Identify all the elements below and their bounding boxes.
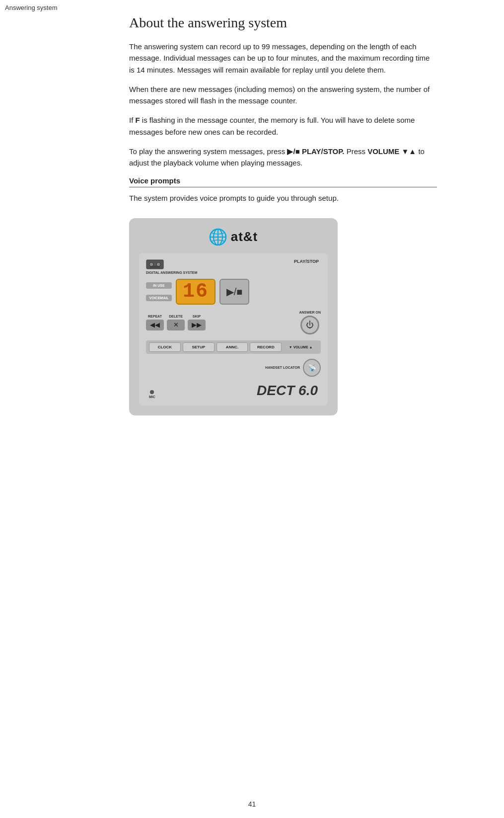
mic-dot	[150, 390, 154, 394]
device-top-row: DIGITAL ANSWERING SYSTEM PLAY/STOP	[146, 259, 321, 275]
svg-point-6	[156, 262, 160, 266]
handset-locator-row: HANDSET LOCATOR 📡	[146, 359, 321, 377]
das-text: DIGITAL ANSWERING SYSTEM	[146, 271, 197, 275]
volume-label: ▼ VOLUME ▲	[289, 345, 313, 349]
play-stop-label: PLAY/STOP	[294, 259, 319, 264]
att-globe-icon	[209, 228, 227, 246]
skip-label: SKIP	[193, 315, 201, 318]
paragraph-3: If F is flashing in the message counter,…	[129, 114, 437, 138]
handset-icon: 📡	[308, 364, 316, 372]
delete-label: DELETE	[169, 315, 183, 318]
clock-button[interactable]: CLOCK	[149, 342, 181, 352]
repeat-icon: ◀◀	[150, 321, 160, 328]
skip-button[interactable]: ▶▶	[188, 320, 206, 330]
device-illustration: at&t DIGITAL ANSWERING SYSTEM PLAY/STOP	[129, 218, 338, 415]
power-icon: ⏻	[306, 321, 314, 329]
das-label-area: DIGITAL ANSWERING SYSTEM	[146, 259, 197, 275]
repeat-control: REPEAT ◀◀	[146, 315, 164, 330]
device-middle-section: IN USE VOICEMAIL 16 ▶/■	[146, 279, 321, 305]
svg-point-5	[149, 262, 153, 266]
delete-control: DELETE ✕	[167, 315, 185, 330]
control-group-rds: REPEAT ◀◀ DELETE ✕ SKIP	[146, 315, 206, 330]
volume-group: ▼ VOLUME ▲	[284, 345, 318, 349]
voice-prompts-text: The system provides voice prompts to gui…	[129, 192, 437, 204]
answer-on-label: ANSWER ON	[299, 311, 321, 314]
section-heading-voice-prompts: Voice prompts	[129, 176, 437, 187]
left-indicators: IN USE VOICEMAIL	[146, 282, 172, 301]
paragraph-3-pre: If	[129, 116, 136, 124]
paragraph-2: When there are new messages (including m…	[129, 83, 437, 107]
paragraph-4-text: Press	[347, 147, 368, 156]
dect-row: MIC DECT 6.0	[146, 381, 321, 399]
att-logo-area: at&t	[139, 228, 328, 246]
cassette-icon	[146, 259, 164, 270]
paragraph-3-bold: F	[136, 116, 140, 124]
record-button[interactable]: RECORD	[250, 342, 282, 352]
play-stop-button[interactable]: ▶/■	[219, 279, 249, 305]
breadcrumb: Answering system	[5, 4, 57, 11]
att-brand-text: at&t	[231, 229, 258, 245]
paragraph-4-pre: To play the answering system messages, p…	[129, 147, 285, 156]
dect-label: DECT 6.0	[257, 383, 318, 399]
page-title: About the answering system	[129, 15, 437, 31]
answer-on-group: ANSWER ON ⏻	[299, 311, 321, 334]
paragraph-4-bold2: VOLUME ▼▲	[367, 147, 416, 156]
skip-control: SKIP ▶▶	[188, 315, 206, 330]
mic-label: MIC	[149, 395, 155, 399]
device-panel: DIGITAL ANSWERING SYSTEM PLAY/STOP IN US…	[139, 253, 328, 406]
digital-display: 16	[176, 279, 216, 305]
repeat-label: REPEAT	[148, 315, 162, 318]
repeat-button[interactable]: ◀◀	[146, 320, 164, 330]
paragraph-1: The answering system can record up to 99…	[129, 41, 437, 76]
controls-row: REPEAT ◀◀ DELETE ✕ SKIP	[146, 311, 321, 334]
svg-rect-7	[150, 266, 160, 268]
handset-locator-button[interactable]: 📡	[303, 359, 321, 377]
paragraph-4: To play the answering system messages, p…	[129, 146, 437, 169]
play-stop-symbol: ▶/■	[226, 286, 243, 298]
setup-button[interactable]: SETUP	[183, 342, 215, 352]
annc-button[interactable]: ANNC.	[216, 342, 248, 352]
answer-on-button[interactable]: ⏻	[300, 316, 319, 334]
delete-icon: ✕	[173, 321, 179, 328]
skip-icon: ▶▶	[192, 321, 202, 328]
mic-area: MIC	[149, 390, 155, 399]
delete-button[interactable]: ✕	[167, 320, 185, 330]
page-number: 41	[248, 800, 256, 808]
voicemail-button[interactable]: VOICEMAIL	[146, 295, 172, 301]
main-content: About the answering system The answering…	[129, 15, 437, 415]
paragraph-4-bold1: ▶/■ PLAY/STOP.	[287, 147, 344, 156]
bottom-button-row: CLOCK SETUP ANNC. RECORD ▼ VOLUME ▲	[146, 340, 321, 354]
handset-locator-label: HANDSET LOCATOR	[265, 366, 300, 369]
paragraph-3-post: is flashing in the message counter, the …	[129, 116, 415, 136]
in-use-button[interactable]: IN USE	[146, 282, 172, 289]
